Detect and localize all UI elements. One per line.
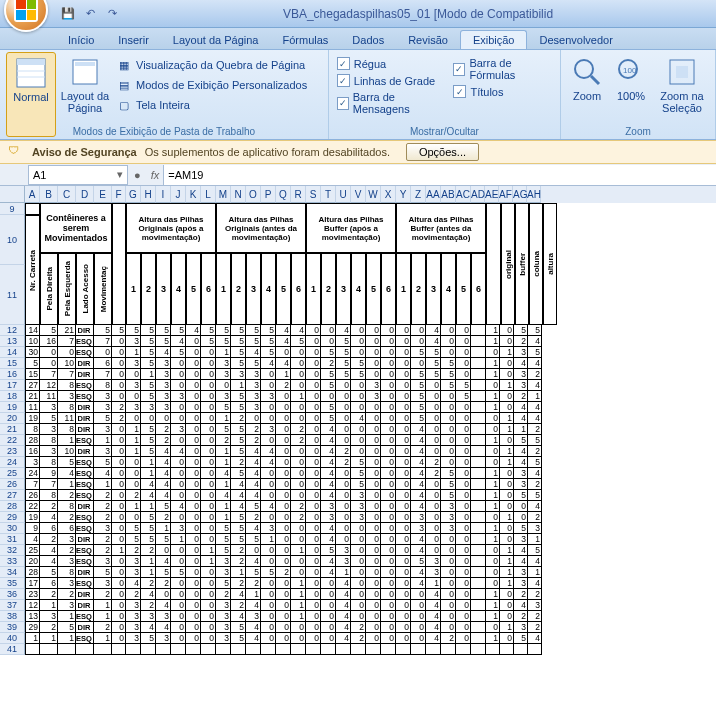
table-cell[interactable]: 0 bbox=[351, 402, 366, 413]
table-cell[interactable]: 5 bbox=[231, 534, 246, 545]
table-cell[interactable]: 1 bbox=[94, 479, 112, 490]
table-cell[interactable]: 0 bbox=[276, 479, 291, 490]
column-header[interactable]: G bbox=[126, 186, 141, 203]
select-all-corner[interactable] bbox=[0, 186, 25, 203]
table-cell[interactable]: 4 bbox=[528, 501, 542, 512]
table-cell[interactable]: 0 bbox=[291, 446, 306, 457]
table-cell[interactable]: 0 bbox=[426, 380, 441, 391]
table-cell[interactable]: 5 bbox=[141, 446, 156, 457]
table-cell[interactable]: 24 bbox=[25, 468, 40, 479]
table-cell[interactable] bbox=[471, 512, 486, 523]
table-cell[interactable]: 8 bbox=[58, 402, 76, 413]
column-header[interactable]: J bbox=[171, 186, 186, 203]
table-cell[interactable]: 3 bbox=[216, 391, 231, 402]
table-cell[interactable]: 4 bbox=[351, 413, 366, 424]
table-cell[interactable]: 0 bbox=[500, 523, 514, 534]
table-cell[interactable]: 3 bbox=[94, 391, 112, 402]
table-cell[interactable]: 5 bbox=[411, 369, 426, 380]
table-cell[interactable]: 2 bbox=[231, 600, 246, 611]
table-cell[interactable]: 11 bbox=[58, 413, 76, 424]
table-cell[interactable]: 1 bbox=[528, 391, 542, 402]
column-header[interactable]: C bbox=[58, 186, 76, 203]
table-cell[interactable]: 2 bbox=[351, 633, 366, 644]
table-cell[interactable]: 4 bbox=[528, 468, 542, 479]
table-cell[interactable]: 1 bbox=[528, 534, 542, 545]
table-cell[interactable]: 0 bbox=[201, 347, 216, 358]
table-cell[interactable]: 0 bbox=[261, 545, 276, 556]
table-cell[interactable]: 7 bbox=[40, 369, 58, 380]
table-cell[interactable]: 0 bbox=[171, 545, 186, 556]
table-cell[interactable]: 5 bbox=[141, 512, 156, 523]
table-cell[interactable]: 1 bbox=[141, 468, 156, 479]
table-cell[interactable]: 0 bbox=[441, 545, 456, 556]
table-cell[interactable]: 2 bbox=[514, 336, 528, 347]
table-cell[interactable]: 3 bbox=[216, 600, 231, 611]
table-cell[interactable]: ESQ bbox=[76, 490, 94, 501]
table-cell[interactable]: 2 bbox=[94, 622, 112, 633]
gridlines-checkbox[interactable]: ✓Linhas de Grade bbox=[335, 73, 448, 88]
table-cell[interactable]: 4 bbox=[514, 457, 528, 468]
table-cell[interactable]: 0 bbox=[366, 479, 381, 490]
table-cell[interactable]: 5 bbox=[514, 633, 528, 644]
table-cell[interactable]: 0 bbox=[201, 512, 216, 523]
table-cell[interactable]: 1 bbox=[94, 611, 112, 622]
table-cell[interactable]: 0 bbox=[306, 369, 321, 380]
table-cell[interactable]: 3 bbox=[216, 567, 231, 578]
table-cell[interactable]: 0 bbox=[321, 622, 336, 633]
table-cell[interactable]: 3 bbox=[141, 611, 156, 622]
table-cell[interactable]: 0 bbox=[126, 413, 141, 424]
table-cell[interactable]: 25 bbox=[25, 545, 40, 556]
table-cell[interactable]: 5 bbox=[231, 336, 246, 347]
table-cell[interactable]: 4 bbox=[528, 336, 542, 347]
table-cell[interactable]: 0 bbox=[456, 435, 471, 446]
table-cell[interactable] bbox=[76, 644, 94, 655]
table-cell[interactable]: 0 bbox=[456, 413, 471, 424]
table-cell[interactable]: 5 bbox=[231, 633, 246, 644]
table-cell[interactable]: 0 bbox=[500, 358, 514, 369]
table-cell[interactable] bbox=[112, 644, 126, 655]
table-cell[interactable]: 2 bbox=[528, 479, 542, 490]
table-cell[interactable]: 0 bbox=[456, 545, 471, 556]
table-cell[interactable] bbox=[156, 644, 171, 655]
column-header[interactable]: AG bbox=[513, 186, 527, 203]
table-cell[interactable]: 4 bbox=[528, 402, 542, 413]
table-cell[interactable]: 0 bbox=[486, 545, 500, 556]
table-cell[interactable]: 2 bbox=[40, 589, 58, 600]
table-cell[interactable]: 0 bbox=[500, 336, 514, 347]
table-cell[interactable]: 1 bbox=[58, 435, 76, 446]
table-cell[interactable]: 0 bbox=[426, 523, 441, 534]
table-cell[interactable]: 0 bbox=[456, 633, 471, 644]
table-cell[interactable]: 17 bbox=[25, 578, 40, 589]
table-cell[interactable]: 5 bbox=[126, 325, 141, 336]
table-cell[interactable]: 0 bbox=[126, 479, 141, 490]
table-cell[interactable]: 0 bbox=[381, 501, 396, 512]
table-cell[interactable]: 5 bbox=[94, 457, 112, 468]
table-cell[interactable]: 0 bbox=[426, 424, 441, 435]
table-cell[interactable]: 4 bbox=[276, 325, 291, 336]
row-header[interactable]: 10 bbox=[0, 215, 25, 265]
column-header[interactable]: H bbox=[141, 186, 156, 203]
table-cell[interactable]: 0 bbox=[441, 534, 456, 545]
table-cell[interactable]: 4 bbox=[321, 479, 336, 490]
table-cell[interactable]: 4 bbox=[514, 446, 528, 457]
table-cell[interactable]: 3 bbox=[426, 567, 441, 578]
table-cell[interactable]: 0 bbox=[441, 611, 456, 622]
table-cell[interactable]: 0 bbox=[351, 391, 366, 402]
table-cell[interactable]: 0 bbox=[171, 479, 186, 490]
column-header[interactable]: Y bbox=[396, 186, 411, 203]
table-cell[interactable]: 0 bbox=[411, 622, 426, 633]
table-cell[interactable]: 4 bbox=[528, 633, 542, 644]
table-cell[interactable]: 3 bbox=[94, 523, 112, 534]
table-cell[interactable]: 1 bbox=[156, 523, 171, 534]
table-cell[interactable]: 1 bbox=[261, 534, 276, 545]
table-cell[interactable]: 0 bbox=[456, 523, 471, 534]
table-cell[interactable]: 4 bbox=[171, 336, 186, 347]
table-cell[interactable]: 1 bbox=[486, 402, 500, 413]
table-cell[interactable]: 5 bbox=[141, 435, 156, 446]
table-cell[interactable]: 9 bbox=[25, 523, 40, 534]
table-cell[interactable]: 1 bbox=[291, 578, 306, 589]
table-cell[interactable]: 0 bbox=[396, 567, 411, 578]
table-cell[interactable]: 0 bbox=[112, 589, 126, 600]
table-cell[interactable]: 2 bbox=[336, 457, 351, 468]
table-cell[interactable]: 1 bbox=[276, 369, 291, 380]
